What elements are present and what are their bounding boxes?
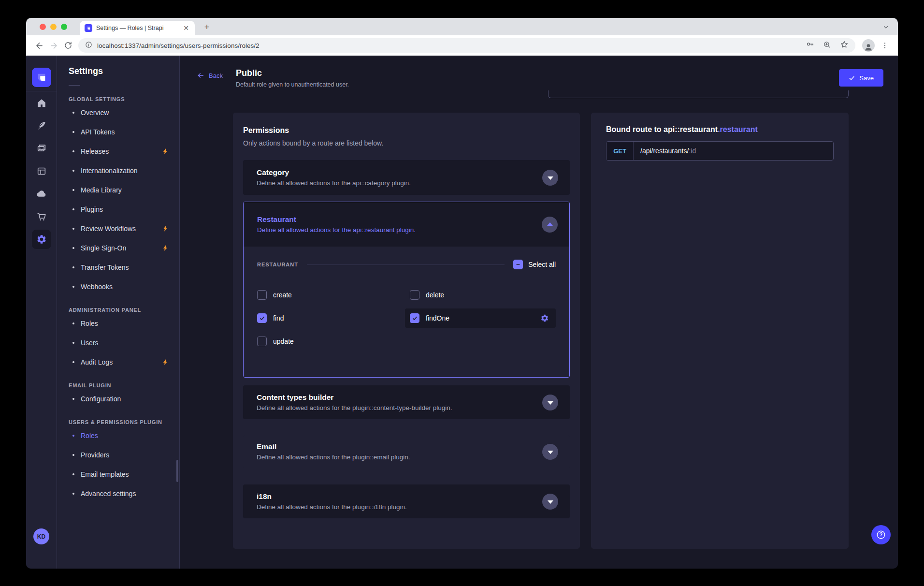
zoom-window-button[interactable] <box>61 24 67 30</box>
save-button[interactable]: Save <box>839 69 883 87</box>
main-area: Back Public Default role given to unauth… <box>180 56 898 569</box>
tab-search-chevron-icon[interactable] <box>881 23 891 31</box>
select-all-control[interactable]: Select all <box>513 260 556 269</box>
route-path: /api/restaurants/:id <box>634 142 696 160</box>
content-manager-nav-item[interactable] <box>26 114 57 137</box>
create-checkbox[interactable] <box>257 290 267 300</box>
permission-findone[interactable]: findOne <box>405 308 556 328</box>
url-text[interactable]: localhost:1337/admin/settings/users-perm… <box>97 42 800 49</box>
chevron-down-icon[interactable] <box>542 494 558 510</box>
home-nav-item[interactable] <box>26 91 57 114</box>
bullet-dot <box>72 228 74 230</box>
findone-checkbox[interactable] <box>410 313 419 323</box>
accordion-category[interactable]: Category Define all allowed actions for … <box>243 160 570 195</box>
permission-settings-gear-icon[interactable] <box>540 314 549 322</box>
accordion-content-types-builder[interactable]: Content types builder Define all allowed… <box>243 385 570 419</box>
permission-create[interactable]: create <box>252 285 403 305</box>
find-checkbox[interactable] <box>257 313 267 323</box>
premium-bolt-icon <box>162 225 169 232</box>
update-checkbox[interactable] <box>257 337 267 346</box>
sidebar-item-internationalization[interactable]: Internationalization <box>57 161 179 180</box>
content-area: Permissions Only actions bound by a rout… <box>180 97 898 569</box>
zoom-page-icon[interactable] <box>823 41 831 51</box>
main-nav-rail: KD <box>26 56 57 569</box>
bullet-dot <box>72 266 74 268</box>
chevron-down-icon[interactable] <box>542 395 558 410</box>
browser-tab[interactable]: Settings — Roles | Strapi ✕ <box>80 21 195 35</box>
chevron-down-icon[interactable] <box>542 444 558 460</box>
select-all-checkbox[interactable] <box>513 260 523 269</box>
sidebar-item-single-sign-on[interactable]: Single Sign-On <box>57 238 179 258</box>
bullet-dot <box>72 342 74 344</box>
sidebar-item-releases[interactable]: Releases <box>57 142 179 161</box>
site-info-icon[interactable] <box>85 41 92 50</box>
bullet-dot <box>72 322 74 324</box>
address-bar[interactable]: localhost:1337/admin/settings/users-perm… <box>78 38 855 53</box>
bullet-dot <box>72 189 74 191</box>
sidebar-item-plugins[interactable]: Plugins <box>57 200 179 219</box>
sidebar-item-overview[interactable]: Overview <box>57 103 179 122</box>
page-subtitle: Default role given to unauthenticated us… <box>236 81 349 88</box>
minimize-window-button[interactable] <box>50 24 57 30</box>
sidebar-item-admin-roles[interactable]: Roles <box>57 314 179 333</box>
settings-subnav: Settings GLOBAL SETTINGS Overview API To… <box>57 56 180 569</box>
premium-bolt-icon <box>162 245 169 251</box>
tab-close-icon[interactable]: ✕ <box>182 24 190 32</box>
forward-nav-icon[interactable] <box>46 38 61 53</box>
chevron-down-icon[interactable] <box>542 170 558 186</box>
help-button[interactable] <box>871 525 891 544</box>
delete-checkbox[interactable] <box>410 290 419 300</box>
new-tab-button[interactable]: + <box>201 21 213 33</box>
arrow-left-icon <box>197 72 204 79</box>
strapi-logo[interactable] <box>32 68 51 87</box>
back-nav-icon[interactable] <box>32 38 46 53</box>
deploy-cloud-nav-item[interactable] <box>26 182 57 205</box>
description-field-partial[interactable] <box>548 90 849 98</box>
password-key-icon[interactable] <box>806 40 814 51</box>
sidebar-item-review-workflows[interactable]: Review Workflows <box>57 219 179 238</box>
permission-update[interactable]: update <box>252 332 403 351</box>
accordion-email[interactable]: Email Define all allowed actions for the… <box>243 435 570 468</box>
accordion-i18n[interactable]: i18n Define all allowed actions for the … <box>243 484 570 518</box>
sidebar-item-api-tokens[interactable]: API Tokens <box>57 122 179 142</box>
sidebar-item-media-library[interactable]: Media Library <box>57 180 179 200</box>
bullet-dot <box>72 435 74 437</box>
sidebar-item-email-configuration[interactable]: Configuration <box>57 389 179 409</box>
permissions-subtitle: Only actions bound by a route are listed… <box>243 139 570 147</box>
permission-find[interactable]: find <box>252 308 403 328</box>
section-label-users-permissions-plugin: USERS & PERMISSIONS PLUGIN <box>69 419 168 425</box>
reload-icon[interactable] <box>61 38 75 53</box>
back-button[interactable]: Back <box>197 72 223 79</box>
sidebar-item-providers[interactable]: Providers <box>57 445 179 465</box>
sidebar-item-email-templates[interactable]: Email templates <box>57 465 179 484</box>
marketplace-cart-nav-item[interactable] <box>26 205 57 228</box>
bullet-dot <box>72 398 74 400</box>
strapi-app: KD Settings GLOBAL SETTINGS Overview API… <box>26 56 898 569</box>
subnav-scrollbar[interactable] <box>176 460 178 482</box>
sidebar-item-up-roles[interactable]: Roles <box>57 426 179 445</box>
tab-title: Settings — Roles | Strapi <box>96 25 182 31</box>
content-type-builder-nav-item[interactable] <box>26 160 57 182</box>
settings-nav-item[interactable] <box>32 230 51 249</box>
sidebar-item-webhooks[interactable]: Webhooks <box>57 277 179 296</box>
browser-menu-icon[interactable] <box>878 38 892 53</box>
strapi-favicon-icon <box>85 24 92 32</box>
bullet-dot <box>72 112 74 114</box>
user-avatar[interactable]: KD <box>33 528 49 544</box>
section-label-global-settings: GLOBAL SETTINGS <box>69 96 168 102</box>
sidebar-item-advanced-settings[interactable]: Advanced settings <box>57 484 179 503</box>
sidebar-item-transfer-tokens[interactable]: Transfer Tokens <box>57 258 179 277</box>
media-library-nav-item[interactable] <box>26 137 57 160</box>
accordion-restaurant-header[interactable]: Restaurant Define all allowed actions fo… <box>244 202 569 247</box>
sidebar-item-audit-logs[interactable]: Audit Logs <box>57 352 179 372</box>
bookmark-star-icon[interactable] <box>840 40 849 51</box>
chevron-up-icon[interactable] <box>542 217 558 233</box>
permission-delete[interactable]: delete <box>405 285 556 305</box>
bullet-dot <box>72 473 74 475</box>
bound-route-title: Bound route to api::restaurant.restauran… <box>606 125 834 134</box>
group-divider <box>307 264 505 265</box>
browser-profile-icon[interactable] <box>862 39 875 52</box>
close-window-button[interactable] <box>40 24 46 30</box>
bullet-dot <box>72 493 74 495</box>
sidebar-item-admin-users[interactable]: Users <box>57 333 179 352</box>
